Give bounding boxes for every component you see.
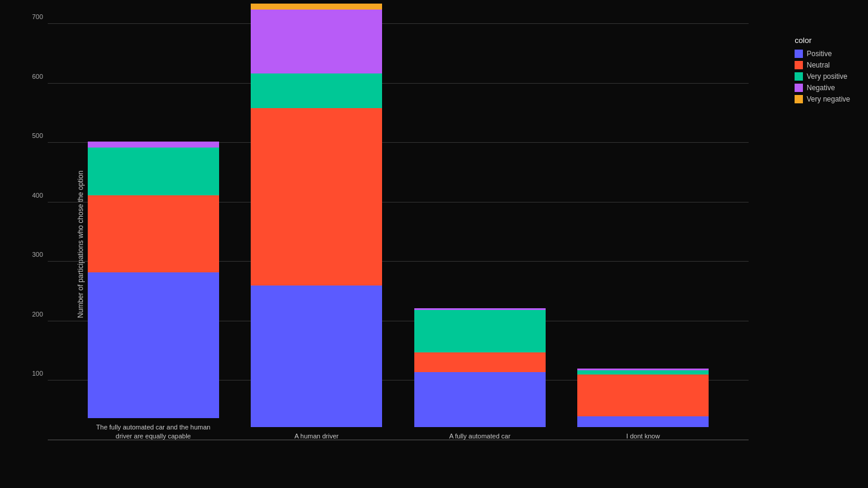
- y-tick-label: 200: [32, 311, 43, 318]
- bar-segment: [577, 370, 709, 375]
- bar-segment: [88, 195, 219, 272]
- bar-segment: [577, 416, 709, 427]
- legend-item: Very positive: [795, 72, 850, 81]
- y-tick-label: 500: [32, 132, 43, 139]
- bar-group: I dont know: [577, 369, 709, 440]
- chart-container: Number of participations who chose the o…: [0, 0, 868, 488]
- stacked-bar: [251, 4, 382, 427]
- bar-segment: [577, 375, 709, 416]
- y-tick-label: 600: [32, 73, 43, 80]
- x-axis-label: I dont know: [626, 432, 660, 440]
- bar-segment: [251, 10, 382, 74]
- bar-segment: [251, 108, 382, 286]
- y-tick-label: 300: [32, 251, 43, 258]
- x-axis-label: A human driver: [294, 432, 338, 440]
- stacked-bar: [577, 369, 709, 427]
- bar-segment: [88, 142, 219, 148]
- bar-group: A human driver: [251, 4, 382, 440]
- x-axis-label: The fully automated car and the human dr…: [88, 423, 219, 440]
- bar-segment: [251, 4, 382, 10]
- legend: color Positive Neutral Very positive Neg…: [795, 36, 850, 106]
- legend-label: Neutral: [807, 61, 830, 69]
- legend-swatch: [795, 72, 803, 81]
- bars-wrapper: The fully automated car and the human dr…: [48, 24, 749, 440]
- bar-segment: [88, 272, 219, 418]
- stacked-bar: [414, 308, 546, 427]
- legend-swatch: [795, 84, 803, 92]
- legend-item: Neutral: [795, 61, 850, 69]
- bar-segment: [251, 286, 382, 427]
- legend-item: Negative: [795, 84, 850, 92]
- legend-label: Negative: [807, 84, 835, 92]
- bar-group: The fully automated car and the human dr…: [88, 142, 219, 440]
- y-tick-label: 400: [32, 192, 43, 199]
- legend-title: color: [795, 36, 850, 45]
- bar-segment: [414, 372, 546, 427]
- legend-item: Very negative: [795, 95, 850, 103]
- legend-label: Very positive: [807, 72, 847, 81]
- legend-item: Positive: [795, 50, 850, 58]
- y-tick-label: 100: [32, 370, 43, 377]
- legend-swatch: [795, 95, 803, 103]
- legend-swatch: [795, 61, 803, 69]
- chart-area: 100200300400500600700 The fully automate…: [48, 24, 749, 440]
- legend-label: Very negative: [807, 95, 850, 103]
- x-axis-label: A fully automated car: [449, 432, 510, 440]
- bar-segment: [88, 148, 219, 195]
- bar-segment: [414, 352, 546, 372]
- y-tick-label: 700: [32, 13, 43, 20]
- stacked-bar: [88, 142, 219, 418]
- bar-segment: [251, 73, 382, 108]
- bar-segment: [414, 310, 546, 353]
- bar-group: A fully automated car: [414, 308, 546, 440]
- legend-swatch: [795, 50, 803, 58]
- legend-label: Positive: [807, 50, 832, 58]
